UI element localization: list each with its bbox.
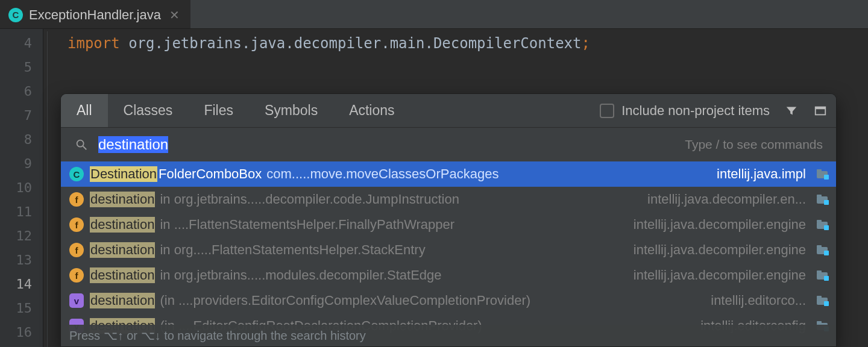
tab-filename: ExceptionHandler.java [29,7,161,23]
module-folder-icon [817,195,828,204]
result-main: DestinationFolderComboBox com.....move.m… [90,166,703,182]
results-list: CDestinationFolderComboBox com.....move.… [61,161,836,346]
field-icon: f [69,243,84,257]
line-number[interactable]: 13 [0,248,43,272]
module-folder-icon [817,296,828,305]
match-highlight: destination [90,267,155,283]
search-everywhere-popup: AllClassesFilesSymbolsActions Include no… [60,93,837,347]
line-gutter: 45678910111213141516 [0,29,43,347]
popup-tab-all[interactable]: All [61,94,108,127]
popup-tab-symbols[interactable]: Symbols [249,94,333,127]
module-folder-icon [817,246,828,254]
result-context: (in ....providers.EditorConfigComplexVal… [160,293,530,308]
result-main: destination in ....FlattenStatementsHelp… [90,217,620,233]
search-hint: Type / to see commands [685,137,823,152]
result-row[interactable]: vdestination (in ....providers.EditorCon… [61,288,836,313]
field-icon: f [69,192,84,207]
var-icon: v [69,293,84,308]
match-highlight: destination [90,217,155,233]
search-icon [74,137,89,152]
module-folder-icon [817,170,828,178]
match-highlight: destination [90,192,155,207]
match-highlight: Destination [90,166,157,182]
search-row: Type / to see commands [61,128,836,161]
editor-tab[interactable]: C ExceptionHandler.java ✕ [0,0,190,28]
line-number[interactable]: 15 [0,296,43,320]
module-folder-icon [817,220,828,229]
popup-tab-bar: AllClassesFilesSymbolsActions Include no… [61,94,836,128]
editor-area: 45678910111213141516 import org.jetbrain… [0,29,868,347]
filter-icon[interactable] [784,104,799,118]
close-icon[interactable]: ✕ [167,8,182,22]
line-number[interactable]: 5 [0,55,43,80]
result-context: in org.jetbrains.....decompiler.code.Jum… [160,192,459,207]
keyword: import [68,35,120,52]
footer-hint: Press ⌥↑ or ⌥↓ to navigate through the s… [61,325,836,346]
match-highlight: destination [90,242,155,258]
search-input[interactable] [98,136,675,153]
field-icon: f [69,217,84,232]
line-number[interactable]: 16 [0,320,43,345]
svg-line-3 [83,146,87,150]
svg-rect-1 [816,107,826,109]
line-number[interactable]: 8 [0,128,43,152]
include-label: Include non-project items [621,103,770,119]
result-main: destination in org.jetbrains.....modules… [90,267,620,283]
result-row[interactable]: fdestination in org.jetbrains.....module… [61,263,836,288]
class-icon: C [8,8,23,22]
result-main: destination in org.jetbrains.....decompi… [90,192,634,207]
result-row[interactable]: fdestination in org.jetbrains.....decomp… [61,187,836,212]
code-text: org.jetbrains.java.decompiler.main.Decom… [120,35,582,52]
checkbox-icon[interactable] [600,104,614,118]
result-main: destination (in ....providers.EditorConf… [90,293,697,308]
result-rest: FolderComboBox [159,166,262,182]
line-number[interactable]: 14 [0,272,43,296]
result-row[interactable]: CDestinationFolderComboBox com.....move.… [61,161,836,187]
popup-tab-actions[interactable]: Actions [333,94,410,127]
result-main: destination in org.....FlattenStatements… [90,242,620,258]
module-folder-icon [817,271,828,280]
result-module: intellij.editorco... [711,293,806,308]
semicolon: ; [582,35,590,52]
result-module: intellij.java.impl [717,166,806,182]
result-module: intellij.java.decompiler.en... [647,192,806,207]
result-module: intellij.java.decompiler.engine [634,217,806,233]
result-module: intellij.java.decompiler.engine [634,267,806,283]
field-icon: f [69,268,84,283]
line-number[interactable]: 11 [0,200,43,224]
svg-point-2 [77,140,84,147]
result-context: in org.....FlattenStatementsHelper.Stack… [160,242,425,258]
editor-tab-bar: C ExceptionHandler.java ✕ [0,0,868,29]
popup-tab-classes[interactable]: Classes [108,94,189,127]
line-number[interactable]: 9 [0,152,43,176]
open-in-window-icon[interactable] [813,104,828,118]
line-number[interactable]: 7 [0,104,43,128]
line-number[interactable]: 12 [0,224,43,248]
line-number[interactable]: 10 [0,176,43,200]
result-row[interactable]: fdestination in ....FlattenStatementsHel… [61,212,836,237]
match-highlight: destination [90,293,155,308]
result-row[interactable]: fdestination in org.....FlattenStatement… [61,237,836,263]
line-number[interactable]: 6 [0,80,43,104]
result-context: in ....FlattenStatementsHelper.FinallyPa… [160,217,454,233]
result-module: intellij.java.decompiler.engine [634,242,806,258]
line-number[interactable]: 4 [0,31,43,55]
gutter-divider [47,31,48,347]
popup-tab-files[interactable]: Files [188,94,249,127]
result-context: com.....move.moveClassesOrPackages [266,166,498,182]
class-icon: C [69,167,84,181]
result-context: in org.jetbrains.....modules.decompiler.… [160,267,441,283]
include-non-project-toggle[interactable]: Include non-project items [600,103,770,119]
